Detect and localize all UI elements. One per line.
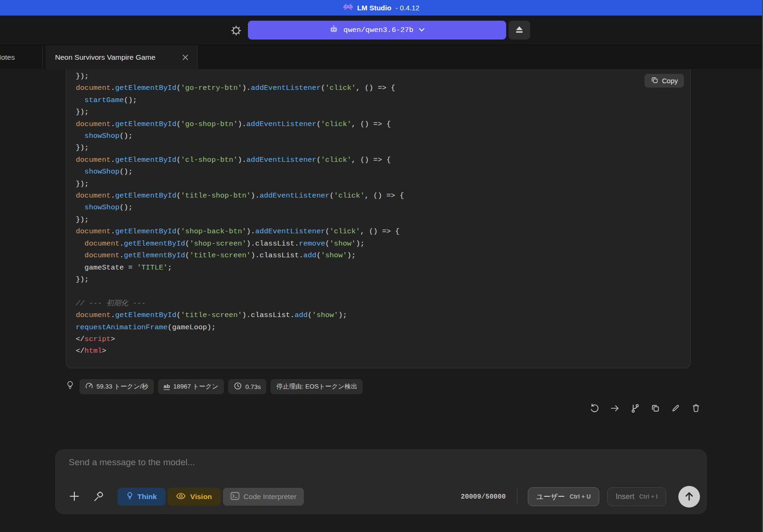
copy-message-button[interactable] (650, 404, 660, 414)
arrow-up-icon (684, 491, 694, 503)
user-role-label: ユーザー (536, 492, 565, 501)
code-lines: });document.getElementById('go-retry-btn… (76, 71, 690, 357)
tools-button[interactable] (92, 491, 104, 503)
think-toggle[interactable]: Think (118, 488, 166, 506)
arrow-right-icon (610, 403, 620, 415)
think-label: Think (137, 492, 157, 501)
stat-token-count: ab 18967 トークン (158, 379, 224, 394)
generation-stats: 59.33 トークン/秒 ab 18967 トークン 0.73s 停止理由: E… (66, 379, 363, 394)
window-titlebar: LM Studio - 0.4.12 (0, 0, 763, 16)
lmstudio-logo-icon (343, 4, 353, 12)
user-role-button[interactable]: ユーザー Ctrl + U (528, 487, 599, 506)
hammer-icon (93, 491, 104, 503)
tab-notes[interactable]: Notes (0, 45, 43, 70)
message-input[interactable] (68, 456, 672, 481)
model-selector[interactable]: qwen/qwen3.6-27b (248, 21, 506, 40)
gear-icon (230, 31, 242, 38)
settings-button[interactable] (229, 24, 243, 38)
stat-time: 0.73s (228, 379, 266, 394)
git-branch-icon (630, 403, 640, 415)
trash-icon (691, 403, 701, 414)
vision-label: Vision (190, 492, 212, 501)
ab-icon: ab (164, 384, 170, 390)
composer: Think Vision (55, 449, 707, 514)
robot-icon (329, 25, 338, 36)
gauge-icon (85, 382, 93, 391)
copy-code-button[interactable]: Copy (644, 74, 684, 87)
attach-button[interactable] (68, 491, 80, 503)
clock-icon (234, 382, 242, 391)
message-actions (589, 404, 701, 414)
close-tab-icon[interactable] (181, 53, 190, 62)
copy-icon (651, 76, 659, 86)
eject-icon (515, 25, 524, 35)
lightbulb-icon (66, 381, 74, 393)
lm-studio-window: LM Studio - 0.4.12 (0, 0, 763, 532)
edit-message-button[interactable] (670, 404, 681, 414)
model-name: qwen/qwen3.6-27b (343, 26, 413, 34)
insert-shortcut: Ctrl + I (639, 493, 658, 500)
tab-notes-label: Notes (0, 53, 15, 62)
code-interpreter-toggle[interactable]: Code Interpreter (223, 488, 304, 506)
lightbulb-icon (127, 492, 133, 502)
divider (517, 489, 517, 505)
tab-active-label: Neon Survivors Vampire Game (55, 53, 155, 62)
eject-model-button[interactable] (509, 21, 530, 40)
terminal-icon (230, 492, 239, 502)
stat-speed: 59.33 トークン/秒 (79, 379, 154, 394)
chat-area: });document.getElementById('go-retry-btn… (0, 69, 763, 532)
user-role-shortcut: Ctrl + U (570, 493, 591, 500)
copy-icon (651, 404, 660, 414)
stat-stop-reason: 停止理由: EOSトークン検出 (270, 379, 363, 394)
branch-button[interactable] (630, 404, 640, 414)
tab-bar: Notes Neon Survivors Vampire Game (0, 45, 763, 69)
continue-button[interactable] (610, 404, 620, 414)
plus-icon (69, 491, 80, 503)
insert-button[interactable]: Insert Ctrl + I (607, 487, 666, 506)
tab-neon-survivors[interactable]: Neon Survivors Vampire Game (46, 45, 198, 70)
vision-toggle[interactable]: Vision (167, 488, 220, 506)
pencil-icon (671, 403, 681, 414)
copy-label: Copy (662, 77, 678, 85)
insert-label: Insert (616, 492, 635, 501)
regenerate-icon (589, 403, 600, 415)
context-token-counter: 20009/50000 (461, 493, 506, 500)
send-button[interactable] (678, 486, 700, 508)
regenerate-button[interactable] (589, 404, 600, 414)
delete-message-button[interactable] (691, 404, 701, 414)
top-toolbar: qwen/qwen3.6-27b (0, 16, 763, 45)
chevron-down-icon (419, 26, 425, 34)
code-block: });document.getElementById('go-retry-btn… (66, 69, 691, 368)
app-title: LM Studio (357, 4, 391, 12)
eye-icon (176, 492, 186, 501)
composer-toolbar: Think Vision (63, 486, 700, 507)
code-interpreter-label: Code Interpreter (244, 492, 297, 501)
app-version: - 0.4.12 (396, 4, 420, 12)
